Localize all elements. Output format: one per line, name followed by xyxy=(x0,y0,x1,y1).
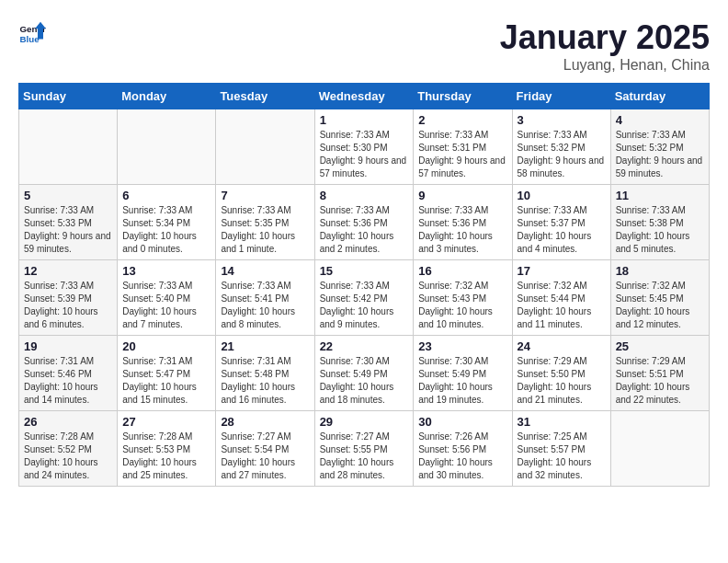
calendar-cell xyxy=(118,109,216,185)
week-row-1: 1Sunrise: 7:33 AM Sunset: 5:30 PM Daylig… xyxy=(19,109,710,185)
day-info: Sunrise: 7:33 AM Sunset: 5:36 PM Dayligh… xyxy=(418,204,506,256)
logo-icon: General Blue xyxy=(18,18,46,46)
calendar-cell: 6Sunrise: 7:33 AM Sunset: 5:34 PM Daylig… xyxy=(118,185,216,260)
calendar-cell: 16Sunrise: 7:32 AM Sunset: 5:43 PM Dayli… xyxy=(414,260,512,336)
week-row-4: 19Sunrise: 7:31 AM Sunset: 5:46 PM Dayli… xyxy=(19,336,710,411)
day-number: 25 xyxy=(616,339,704,353)
calendar-cell: 28Sunrise: 7:27 AM Sunset: 5:54 PM Dayli… xyxy=(216,411,314,487)
calendar-cell: 7Sunrise: 7:33 AM Sunset: 5:35 PM Daylig… xyxy=(216,185,314,260)
day-info: Sunrise: 7:32 AM Sunset: 5:43 PM Dayligh… xyxy=(418,280,506,331)
day-number: 27 xyxy=(122,415,210,429)
day-number: 8 xyxy=(320,189,409,202)
day-info: Sunrise: 7:33 AM Sunset: 5:32 PM Dayligh… xyxy=(616,129,704,180)
day-number: 9 xyxy=(418,189,506,202)
day-number: 11 xyxy=(616,189,704,202)
day-number: 3 xyxy=(518,113,606,127)
calendar-cell: 23Sunrise: 7:30 AM Sunset: 5:49 PM Dayli… xyxy=(414,336,512,411)
day-info: Sunrise: 7:26 AM Sunset: 5:56 PM Dayligh… xyxy=(418,431,506,482)
calendar-cell: 11Sunrise: 7:33 AM Sunset: 5:38 PM Dayli… xyxy=(610,185,709,260)
calendar-subtitle: Luyang, Henan, China xyxy=(500,57,710,74)
calendar-cell: 12Sunrise: 7:33 AM Sunset: 5:39 PM Dayli… xyxy=(19,260,118,336)
calendar-cell: 4Sunrise: 7:33 AM Sunset: 5:32 PM Daylig… xyxy=(610,109,709,185)
day-info: Sunrise: 7:33 AM Sunset: 5:39 PM Dayligh… xyxy=(24,280,112,331)
calendar-cell: 9Sunrise: 7:33 AM Sunset: 5:36 PM Daylig… xyxy=(414,185,512,260)
day-number: 17 xyxy=(518,264,606,278)
weekday-header-saturday: Saturday xyxy=(610,84,709,109)
calendar-cell: 3Sunrise: 7:33 AM Sunset: 5:32 PM Daylig… xyxy=(512,109,610,185)
weekday-header-friday: Friday xyxy=(512,84,610,109)
day-info: Sunrise: 7:33 AM Sunset: 5:40 PM Dayligh… xyxy=(122,280,210,331)
day-number: 4 xyxy=(616,113,704,127)
calendar-cell: 21Sunrise: 7:31 AM Sunset: 5:48 PM Dayli… xyxy=(216,336,314,411)
day-info: Sunrise: 7:32 AM Sunset: 5:45 PM Dayligh… xyxy=(616,280,704,331)
logo: General Blue xyxy=(18,18,46,46)
day-number: 13 xyxy=(122,264,210,278)
day-number: 19 xyxy=(24,339,112,353)
day-number: 18 xyxy=(616,264,704,278)
week-row-5: 26Sunrise: 7:28 AM Sunset: 5:52 PM Dayli… xyxy=(19,411,710,487)
day-number: 10 xyxy=(518,189,606,202)
day-info: Sunrise: 7:33 AM Sunset: 5:31 PM Dayligh… xyxy=(418,129,506,180)
weekday-header-monday: Monday xyxy=(118,84,216,109)
day-number: 21 xyxy=(221,339,309,353)
day-number: 23 xyxy=(418,339,506,353)
day-number: 29 xyxy=(320,415,409,429)
day-info: Sunrise: 7:31 AM Sunset: 5:47 PM Dayligh… xyxy=(122,355,210,407)
page-header: General Blue January 2025 Luyang, Henan,… xyxy=(18,18,710,74)
day-info: Sunrise: 7:27 AM Sunset: 5:55 PM Dayligh… xyxy=(320,431,409,482)
calendar-cell: 14Sunrise: 7:33 AM Sunset: 5:41 PM Dayli… xyxy=(216,260,314,336)
calendar-cell: 18Sunrise: 7:32 AM Sunset: 5:45 PM Dayli… xyxy=(610,260,709,336)
day-info: Sunrise: 7:29 AM Sunset: 5:50 PM Dayligh… xyxy=(518,355,606,407)
calendar-cell: 27Sunrise: 7:28 AM Sunset: 5:53 PM Dayli… xyxy=(118,411,216,487)
calendar-cell xyxy=(610,411,709,487)
calendar-cell xyxy=(216,109,314,185)
day-info: Sunrise: 7:33 AM Sunset: 5:33 PM Dayligh… xyxy=(24,204,112,256)
day-number: 6 xyxy=(122,189,210,202)
calendar-cell: 10Sunrise: 7:33 AM Sunset: 5:37 PM Dayli… xyxy=(512,185,610,260)
day-number: 12 xyxy=(24,264,112,278)
day-info: Sunrise: 7:32 AM Sunset: 5:44 PM Dayligh… xyxy=(518,280,606,331)
day-info: Sunrise: 7:33 AM Sunset: 5:38 PM Dayligh… xyxy=(616,204,704,256)
day-number: 14 xyxy=(221,264,309,278)
title-section: January 2025 Luyang, Henan, China xyxy=(500,18,710,74)
calendar-cell: 15Sunrise: 7:33 AM Sunset: 5:42 PM Dayli… xyxy=(314,260,414,336)
day-info: Sunrise: 7:28 AM Sunset: 5:53 PM Dayligh… xyxy=(122,431,210,482)
svg-text:Blue: Blue xyxy=(20,34,40,44)
weekday-header-row: SundayMondayTuesdayWednesdayThursdayFrid… xyxy=(19,84,710,109)
calendar-cell: 24Sunrise: 7:29 AM Sunset: 5:50 PM Dayli… xyxy=(512,336,610,411)
calendar-cell: 25Sunrise: 7:29 AM Sunset: 5:51 PM Dayli… xyxy=(610,336,709,411)
calendar-table: SundayMondayTuesdayWednesdayThursdayFrid… xyxy=(18,83,710,487)
calendar-cell: 5Sunrise: 7:33 AM Sunset: 5:33 PM Daylig… xyxy=(19,185,118,260)
calendar-cell: 19Sunrise: 7:31 AM Sunset: 5:46 PM Dayli… xyxy=(19,336,118,411)
day-info: Sunrise: 7:33 AM Sunset: 5:30 PM Dayligh… xyxy=(320,129,409,180)
calendar-cell: 22Sunrise: 7:30 AM Sunset: 5:49 PM Dayli… xyxy=(314,336,414,411)
weekday-header-sunday: Sunday xyxy=(19,84,118,109)
day-number: 31 xyxy=(518,415,606,429)
weekday-header-thursday: Thursday xyxy=(414,84,512,109)
week-row-2: 5Sunrise: 7:33 AM Sunset: 5:33 PM Daylig… xyxy=(19,185,710,260)
weekday-header-tuesday: Tuesday xyxy=(216,84,314,109)
calendar-cell: 26Sunrise: 7:28 AM Sunset: 5:52 PM Dayli… xyxy=(19,411,118,487)
day-number: 15 xyxy=(320,264,409,278)
day-info: Sunrise: 7:31 AM Sunset: 5:46 PM Dayligh… xyxy=(24,355,112,407)
day-info: Sunrise: 7:25 AM Sunset: 5:57 PM Dayligh… xyxy=(518,431,606,482)
day-number: 5 xyxy=(24,189,112,202)
calendar-cell: 30Sunrise: 7:26 AM Sunset: 5:56 PM Dayli… xyxy=(414,411,512,487)
day-info: Sunrise: 7:33 AM Sunset: 5:42 PM Dayligh… xyxy=(320,280,409,331)
calendar-title: January 2025 xyxy=(500,18,710,57)
day-info: Sunrise: 7:31 AM Sunset: 5:48 PM Dayligh… xyxy=(221,355,309,407)
day-number: 22 xyxy=(320,339,409,353)
day-info: Sunrise: 7:30 AM Sunset: 5:49 PM Dayligh… xyxy=(418,355,506,407)
day-info: Sunrise: 7:33 AM Sunset: 5:32 PM Dayligh… xyxy=(518,129,606,180)
day-info: Sunrise: 7:33 AM Sunset: 5:36 PM Dayligh… xyxy=(320,204,409,256)
calendar-cell: 17Sunrise: 7:32 AM Sunset: 5:44 PM Dayli… xyxy=(512,260,610,336)
day-info: Sunrise: 7:29 AM Sunset: 5:51 PM Dayligh… xyxy=(616,355,704,407)
calendar-cell: 20Sunrise: 7:31 AM Sunset: 5:47 PM Dayli… xyxy=(118,336,216,411)
day-info: Sunrise: 7:30 AM Sunset: 5:49 PM Dayligh… xyxy=(320,355,409,407)
day-info: Sunrise: 7:27 AM Sunset: 5:54 PM Dayligh… xyxy=(221,431,309,482)
calendar-cell: 2Sunrise: 7:33 AM Sunset: 5:31 PM Daylig… xyxy=(414,109,512,185)
day-number: 20 xyxy=(122,339,210,353)
weekday-header-wednesday: Wednesday xyxy=(314,84,414,109)
day-info: Sunrise: 7:33 AM Sunset: 5:41 PM Dayligh… xyxy=(221,280,309,331)
calendar-cell: 1Sunrise: 7:33 AM Sunset: 5:30 PM Daylig… xyxy=(314,109,414,185)
